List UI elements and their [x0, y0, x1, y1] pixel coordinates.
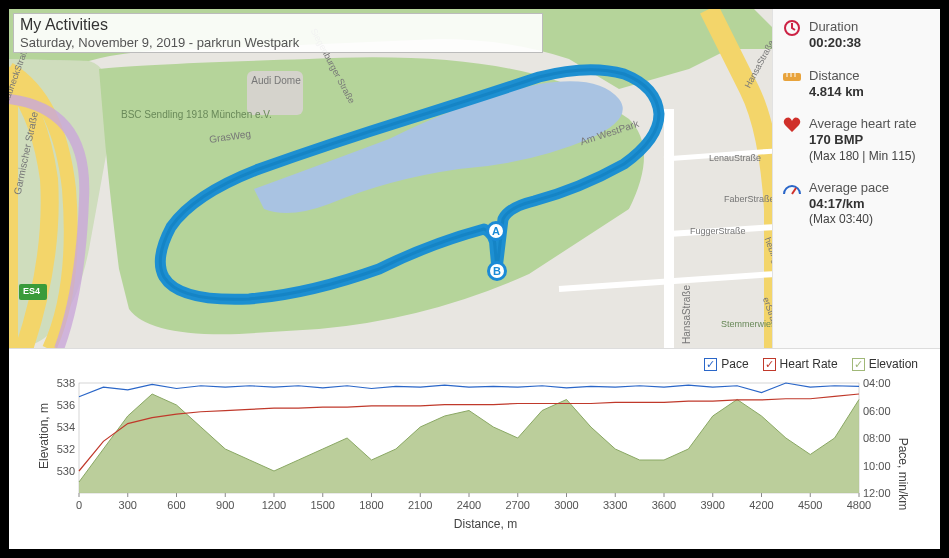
svg-text:12:00: 12:00 — [863, 487, 891, 499]
svg-text:08:00: 08:00 — [863, 432, 891, 444]
page-title: My Activities — [20, 16, 536, 34]
svg-text:4500: 4500 — [798, 499, 822, 511]
map-label-es4: ES4 — [23, 286, 40, 296]
map-label-fugger: FuggerStraße — [690, 226, 746, 236]
chart-legend: ✓Pace ✓Heart Rate ✓Elevation — [704, 357, 918, 371]
svg-text:532: 532 — [57, 443, 75, 455]
heart-icon — [783, 116, 801, 134]
y-axis-right-label: Pace, min/km — [897, 438, 911, 511]
stat-heart-rate: Average heart rate 170 BMP (Max 180 | Mi… — [783, 116, 932, 164]
chart-panel: ✓Pace ✓Heart Rate ✓Elevation Elevation, … — [9, 349, 940, 549]
ruler-icon — [783, 68, 801, 86]
svg-text:4200: 4200 — [749, 499, 773, 511]
map-label-lenau: LenauStraße — [709, 153, 761, 163]
svg-text:06:00: 06:00 — [863, 405, 891, 417]
svg-text:0: 0 — [76, 499, 82, 511]
svg-text:2100: 2100 — [408, 499, 432, 511]
stat-distance: Distance 4.814 km — [783, 68, 932, 101]
svg-text:04:00: 04:00 — [863, 377, 891, 389]
stat-pace: Average pace 04:17/km (Max 03:40) — [783, 180, 932, 228]
stat-duration: Duration 00:20:38 — [783, 19, 932, 52]
svg-text:3900: 3900 — [701, 499, 725, 511]
stats-panel: Duration 00:20:38 Distance 4.814 km Av — [772, 9, 940, 348]
map-label-faber: FaberStraße — [724, 194, 772, 204]
activity-subtitle: Saturday, November 9, 2019 - parkrun Wes… — [20, 35, 536, 50]
map-label-bsc: BSC Sendling 1918 München e.V. — [121, 109, 241, 120]
svg-text:1500: 1500 — [311, 499, 335, 511]
svg-text:600: 600 — [167, 499, 185, 511]
map-label-hansa2: HansaStraße — [681, 285, 692, 344]
svg-text:2400: 2400 — [457, 499, 481, 511]
activity-card: My Activities Saturday, November 9, 2019… — [9, 9, 940, 549]
x-axis-label: Distance, m — [49, 517, 922, 531]
svg-text:534: 534 — [57, 421, 75, 433]
legend-elev[interactable]: ✓Elevation — [852, 357, 918, 371]
chart-svg[interactable]: 53053253453653804:0006:0008:0010:0012:00… — [49, 363, 901, 515]
svg-text:10:00: 10:00 — [863, 460, 891, 472]
svg-text:1200: 1200 — [262, 499, 286, 511]
waypoint-b[interactable]: B — [487, 261, 507, 281]
svg-text:1800: 1800 — [359, 499, 383, 511]
svg-text:530: 530 — [57, 465, 75, 477]
waypoint-a[interactable]: A — [486, 221, 506, 241]
svg-text:536: 536 — [57, 399, 75, 411]
svg-text:300: 300 — [119, 499, 137, 511]
clock-icon — [783, 19, 801, 37]
y-axis-left-label: Elevation, m — [37, 403, 51, 469]
gauge-icon — [783, 180, 801, 198]
svg-text:4800: 4800 — [847, 499, 871, 511]
map-label-audi: Audi Dome — [251, 75, 301, 86]
svg-text:900: 900 — [216, 499, 234, 511]
svg-line-8 — [792, 188, 796, 194]
map-label-stemmer: Stemmerwiese — [721, 319, 772, 329]
svg-text:3600: 3600 — [652, 499, 676, 511]
svg-rect-4 — [783, 73, 801, 81]
map-panel[interactable]: My Activities Saturday, November 9, 2019… — [9, 9, 772, 348]
svg-text:2700: 2700 — [506, 499, 530, 511]
legend-pace[interactable]: ✓Pace — [704, 357, 748, 371]
svg-text:3000: 3000 — [554, 499, 578, 511]
map-svg — [9, 9, 772, 348]
activity-title-box[interactable]: My Activities Saturday, November 9, 2019… — [13, 13, 543, 53]
legend-hr[interactable]: ✓Heart Rate — [763, 357, 838, 371]
top-section: My Activities Saturday, November 9, 2019… — [9, 9, 940, 349]
svg-text:538: 538 — [57, 377, 75, 389]
svg-text:3300: 3300 — [603, 499, 627, 511]
